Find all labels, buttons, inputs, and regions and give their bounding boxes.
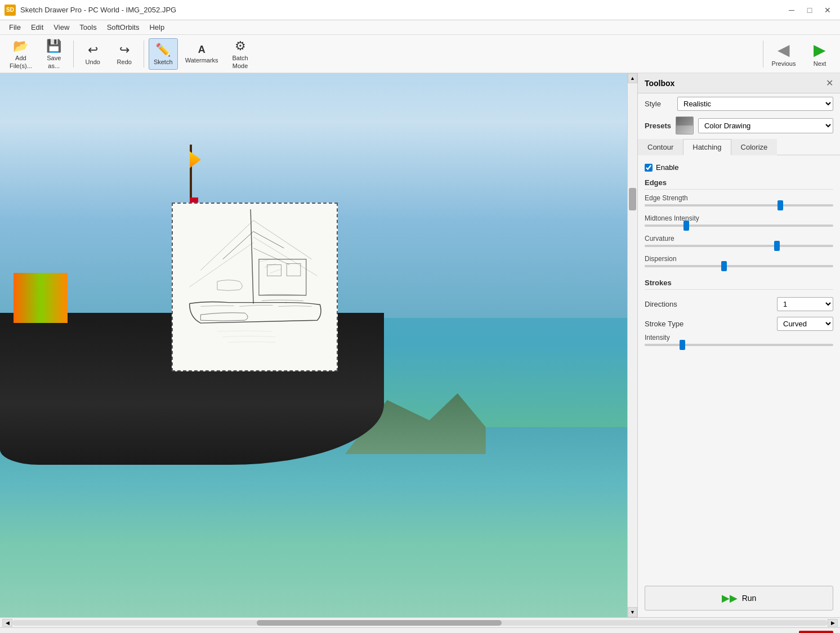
run-arrow-icon: ▶▶	[722, 592, 738, 604]
toolbox-header: Toolbox ✕	[638, 73, 840, 93]
canvas-vertical-scrollbar: ▲ ▼	[627, 73, 637, 617]
add-files-label: Add	[15, 55, 26, 61]
scroll-left-button[interactable]: ◀	[2, 619, 12, 627]
app-icon: SD	[5, 5, 16, 16]
sketch-icon: ✏️	[155, 43, 171, 57]
add-files-label2: File(s)...	[10, 62, 32, 69]
svg-rect-0	[173, 204, 337, 370]
midtones-intensity-label: Midtones Intensity	[645, 214, 833, 222]
menu-tools[interactable]: Tools	[75, 22, 101, 33]
directions-label: Directions	[645, 300, 677, 308]
midtones-intensity-fill	[645, 225, 686, 227]
presets-row: Presets Color Drawing Pencil Sketch Blac…	[638, 114, 840, 139]
undo-label: Undo	[86, 59, 100, 65]
sketch-svg	[173, 204, 337, 370]
tab-colorize[interactable]: Colorize	[731, 139, 778, 155]
style-select[interactable]: Realistic Cartoon Watercolor Pencil	[677, 97, 833, 111]
toolbox-panel: Toolbox ✕ Style Realistic Cartoon Waterc…	[637, 73, 840, 617]
dispersion-thumb[interactable]	[721, 261, 727, 271]
next-icon: ▶	[814, 41, 826, 59]
midtones-intensity-slider-row: Midtones Intensity	[645, 214, 833, 227]
toolbox-close-button[interactable]: ✕	[826, 78, 833, 88]
enable-checkbox[interactable]	[645, 164, 653, 172]
minimize-button[interactable]: ─	[784, 4, 799, 16]
edge-strength-track[interactable]	[645, 204, 833, 206]
style-row: Style Realistic Cartoon Watercolor Penci…	[638, 93, 840, 114]
stroke-type-label: Stroke Type	[645, 320, 683, 328]
scroll-track[interactable]	[628, 83, 637, 607]
previous-label: Previous	[772, 60, 796, 67]
menu-file[interactable]: File	[5, 22, 25, 33]
intensity-thumb[interactable]	[680, 340, 685, 350]
menu-softorbits[interactable]: SoftOrbits	[102, 22, 144, 33]
save-as-label2: as...	[48, 62, 60, 69]
curvature-thumb[interactable]	[774, 241, 780, 251]
curvature-track[interactable]	[645, 245, 833, 247]
title-bar-left: SD Sketch Drawer Pro - PC World - IMG_20…	[5, 5, 176, 16]
strokes-section: Strokes Directions 1 2 3 4 Stroke Type C	[645, 275, 833, 346]
undo-button[interactable]: ↩ Undo	[78, 38, 108, 70]
redo-button[interactable]: ↪ Redo	[110, 38, 139, 70]
horizontal-scroll-bar[interactable]	[12, 620, 828, 626]
menu-edit[interactable]: Edit	[26, 22, 48, 33]
presets-select[interactable]: Color Drawing Pencil Sketch Black & Whit…	[698, 118, 833, 133]
redo-icon: ↪	[119, 43, 129, 57]
toolbar: 📂 Add File(s)... 💾 Save as... ↩ Undo ↪ R…	[0, 35, 840, 73]
scroll-thumb[interactable]	[629, 188, 636, 210]
directions-select[interactable]: 1 2 3 4	[777, 297, 833, 311]
window-controls: ─ □ ✕	[784, 4, 835, 16]
boat-decor	[14, 273, 68, 324]
edge-strength-label: Edge Strength	[645, 194, 833, 202]
batch-mode-label: Batch	[233, 55, 248, 61]
batch-mode-button[interactable]: ⚙ Batch Mode	[226, 38, 255, 70]
menu-help[interactable]: Help	[145, 22, 169, 33]
add-files-button[interactable]: 📂 Add File(s)...	[5, 38, 37, 70]
stroke-type-select[interactable]: Curved Straight Wavy	[777, 317, 833, 331]
enable-row: Enable	[645, 160, 833, 175]
promo-badge[interactable]: PROMO	[799, 631, 833, 634]
intensity-fill	[645, 344, 682, 346]
dispersion-track[interactable]	[645, 265, 833, 267]
run-button-row: ▶▶ Run	[638, 579, 840, 617]
save-as-label: Save	[47, 55, 61, 61]
tab-hatching[interactable]: Hatching	[683, 139, 731, 155]
menu-view[interactable]: View	[49, 22, 74, 33]
scroll-down-button[interactable]: ▼	[628, 607, 637, 617]
scroll-right-button[interactable]: ▶	[828, 619, 838, 627]
toolbox-title: Toolbox	[645, 79, 674, 88]
sketch-preview[interactable]	[172, 203, 338, 371]
horizontal-scroll-thumb[interactable]	[257, 620, 501, 626]
status-bar: 38% JPG (3022x3022x24) ℹ PROMO	[0, 627, 840, 633]
next-button[interactable]: ▶ Next	[804, 38, 835, 70]
midtones-intensity-track[interactable]	[645, 225, 833, 227]
curvature-slider-row: Curvature	[645, 235, 833, 247]
run-button[interactable]: ▶▶ Run	[645, 586, 833, 610]
midtones-intensity-thumb[interactable]	[683, 221, 689, 231]
edge-strength-slider-row: Edge Strength	[645, 194, 833, 206]
redo-label: Redo	[117, 59, 132, 65]
close-button[interactable]: ✕	[820, 4, 835, 16]
watermarks-button[interactable]: A Watermarks	[180, 38, 224, 70]
save-as-button[interactable]: 💾 Save as...	[39, 38, 69, 70]
previous-button[interactable]: ◀ Previous	[768, 38, 799, 70]
scroll-up-button[interactable]: ▲	[628, 73, 637, 83]
sketch-button[interactable]: ✏️ Sketch	[149, 38, 178, 70]
intensity-label: Intensity	[645, 334, 833, 342]
undo-icon: ↩	[88, 43, 98, 57]
stroke-type-row: Stroke Type Curved Straight Wavy	[645, 314, 833, 334]
watermarks-label: Watermarks	[185, 57, 218, 64]
curvature-fill	[645, 245, 777, 247]
strokes-section-label: Strokes	[645, 275, 833, 290]
window-title: Sketch Drawer Pro - PC World - IMG_2052.…	[20, 6, 176, 14]
tab-contour[interactable]: Contour	[638, 139, 683, 155]
toolbar-separator-2	[144, 41, 144, 68]
main-area: ▲ ▼ Toolbox ✕ Style Realistic Cartoon Wa…	[0, 73, 840, 617]
canvas-area[interactable]	[0, 73, 627, 617]
canvas-with-scroll: ▲ ▼	[0, 73, 637, 617]
dispersion-slider-row: Dispersion	[645, 255, 833, 267]
menu-bar: File Edit View Tools SoftOrbits Help	[0, 20, 840, 35]
maximize-button[interactable]: □	[802, 4, 817, 16]
sketch-label: Sketch	[154, 59, 173, 65]
intensity-track[interactable]	[645, 344, 833, 346]
edge-strength-thumb[interactable]	[778, 200, 783, 210]
